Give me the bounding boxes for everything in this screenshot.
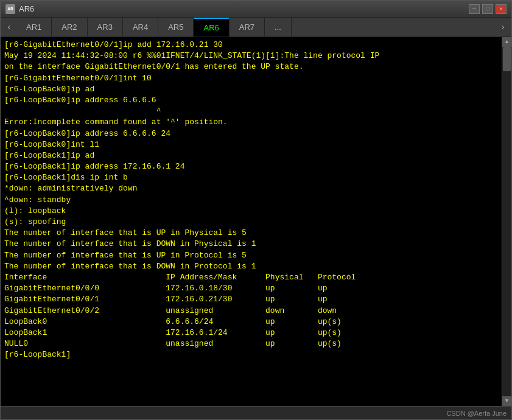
- terminal-line: [r6-LoopBack1]ip ad: [4, 150, 498, 161]
- terminal-line: on the interface GigabitEthernet0/0/1 ha…: [4, 61, 498, 72]
- tab-ar1[interactable]: AR1: [16, 18, 52, 37]
- terminal-line: ^: [4, 106, 498, 117]
- terminal-line: NULL0 unassigned up up(s): [4, 338, 498, 349]
- tab-ar7[interactable]: AR7: [230, 18, 265, 37]
- terminal-line: GigabitEthernet0/0/1 172.16.0.21/30 up u…: [4, 294, 498, 305]
- terminal-line: May 19 2024 11:44:32-08:00 r6 %%01IFNET/…: [4, 51, 498, 61]
- terminal-line: GigabitEthernet0/0/2 unassigned down dow…: [4, 306, 498, 317]
- status-bar: CSDN @Aerfa June: [1, 406, 511, 419]
- maximize-button[interactable]: □: [482, 4, 493, 14]
- terminal-line: The number of interface that is DOWN in …: [4, 239, 498, 250]
- tab-ar5[interactable]: AR5: [158, 18, 194, 37]
- scroll-down-button[interactable]: ▼: [502, 396, 512, 406]
- terminal-line: [r6-LoopBack0]ip address 6.6.6.6 24: [4, 128, 498, 139]
- tabs-container: AR1AR2AR3AR4AR5AR6AR7...: [16, 18, 496, 37]
- tab-nav-right[interactable]: ›: [496, 19, 510, 36]
- terminal-line: ^down: standby: [4, 195, 498, 206]
- tab-bar: ‹ AR1AR2AR3AR4AR5AR6AR7... ›: [1, 18, 511, 37]
- scroll-thumb[interactable]: [503, 47, 511, 71]
- window-controls: — □ ✕: [469, 4, 507, 14]
- title-bar: AR AR6 — □ ✕: [1, 1, 511, 18]
- app-icon: AR: [5, 4, 15, 14]
- scroll-track[interactable]: [502, 47, 511, 396]
- terminal-line: The number of interface that is UP in Ph…: [4, 228, 498, 239]
- status-text: CSDN @Aerfa June: [446, 410, 507, 417]
- terminal-line: [r6-GigabitEthernet0/0/1]int 10: [4, 73, 498, 84]
- scroll-up-button[interactable]: ▲: [502, 37, 512, 47]
- tab-nav-left[interactable]: ‹: [2, 19, 16, 36]
- scrollbar: ▲ ▼: [502, 37, 511, 406]
- terminal-line: [r6-LoopBack1]dis ip int b: [4, 172, 498, 183]
- terminal-line: The number of interface that is DOWN in …: [4, 261, 498, 272]
- tab--..[interactable]: ...: [265, 18, 292, 37]
- terminal-line: LoopBack1 172.16.6.1/24 up up(s): [4, 327, 498, 338]
- terminal-line: (s): spoofing: [4, 217, 498, 228]
- terminal-line: [r6-LoopBack1]: [4, 349, 498, 360]
- tab-ar4[interactable]: AR4: [123, 18, 158, 37]
- tab-ar2[interactable]: AR2: [52, 18, 87, 37]
- terminal-line: The number of interface that is UP in Pr…: [4, 250, 498, 261]
- app-window: AR AR6 — □ ✕ ‹ AR1AR2AR3AR4AR5AR6AR7... …: [0, 0, 512, 420]
- close-button[interactable]: ✕: [496, 4, 507, 14]
- terminal-line: Interface IP Address/Mask Physical Proto…: [4, 272, 498, 283]
- main-content: [r6-GigabitEthernet0/0/1]ip add 172.16.0…: [1, 37, 511, 406]
- terminal-line: [r6-LoopBack0]int l1: [4, 139, 498, 150]
- terminal-line: [r6-LoopBack0]ip ad: [4, 84, 498, 95]
- minimize-button[interactable]: —: [469, 4, 480, 14]
- window-title: AR6: [19, 4, 465, 13]
- terminal-line: [r6-GigabitEthernet0/0/1]ip add 172.16.0…: [4, 40, 498, 51]
- tab-ar6[interactable]: AR6: [194, 18, 229, 37]
- terminal-line: (l): loopback: [4, 206, 498, 217]
- terminal-line: [r6-LoopBack0]ip address 6.6.6.6: [4, 95, 498, 106]
- terminal-line: *down: administratively down: [4, 183, 498, 194]
- terminal-line: Error:Incomplete command found at '^' po…: [4, 117, 498, 128]
- tab-ar3[interactable]: AR3: [88, 18, 123, 37]
- terminal-line: LoopBack0 6.6.6.6/24 up up(s): [4, 317, 498, 327]
- terminal[interactable]: [r6-GigabitEthernet0/0/1]ip add 172.16.0…: [1, 37, 502, 406]
- terminal-line: [r6-LoopBack1]ip address 172.16.6.1 24: [4, 161, 498, 172]
- terminal-line: GigabitEthernet0/0/0 172.16.0.18/30 up u…: [4, 283, 498, 294]
